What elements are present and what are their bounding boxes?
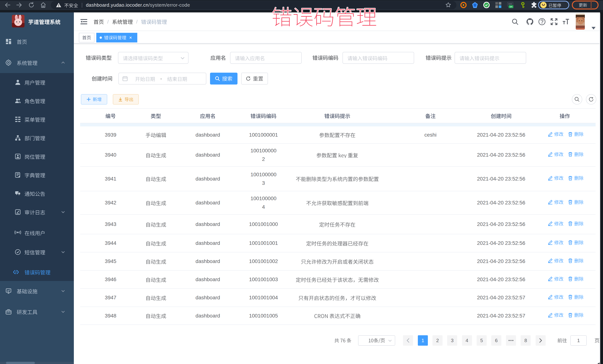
svg-text:on: on — [510, 5, 512, 8]
